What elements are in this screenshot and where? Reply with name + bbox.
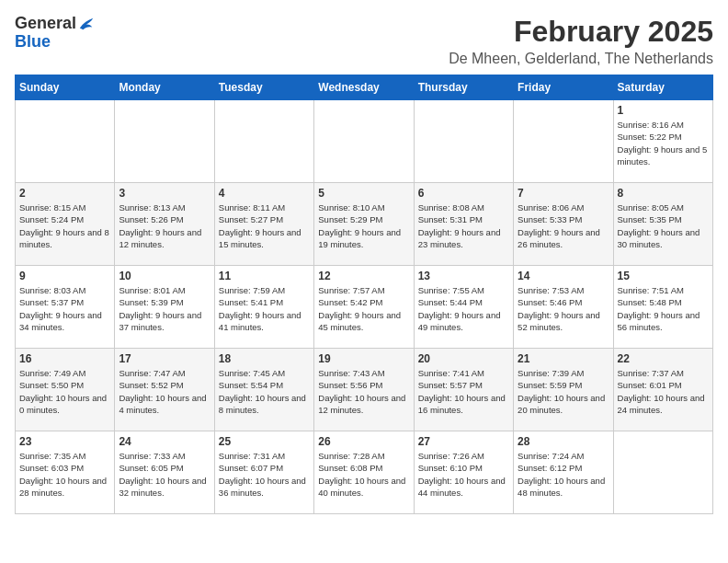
calendar-cell: 9Sunrise: 8:03 AM Sunset: 5:37 PM Daylig… xyxy=(16,266,115,349)
day-number: 24 xyxy=(119,435,210,448)
day-info: Sunrise: 7:53 AM Sunset: 5:46 PM Dayligh… xyxy=(518,284,609,333)
day-number: 5 xyxy=(318,187,409,200)
day-number: 4 xyxy=(219,187,310,200)
day-number: 21 xyxy=(518,352,609,365)
calendar-cell: 28Sunrise: 7:24 AM Sunset: 6:12 PM Dayli… xyxy=(514,431,613,514)
col-sunday: Sunday xyxy=(16,75,115,100)
calendar-subtitle: De Mheen, Gelderland, The Netherlands xyxy=(449,51,713,67)
calendar-cell: 18Sunrise: 7:45 AM Sunset: 5:54 PM Dayli… xyxy=(214,349,313,431)
day-info: Sunrise: 8:11 AM Sunset: 5:27 PM Dayligh… xyxy=(219,201,310,250)
day-info: Sunrise: 8:13 AM Sunset: 5:26 PM Dayligh… xyxy=(119,201,210,250)
calendar-cell: 12Sunrise: 7:57 AM Sunset: 5:42 PM Dayli… xyxy=(314,266,414,349)
day-info: Sunrise: 8:05 AM Sunset: 5:35 PM Dayligh… xyxy=(618,201,709,250)
day-number: 28 xyxy=(518,435,609,448)
col-thursday: Thursday xyxy=(414,75,513,100)
day-number: 15 xyxy=(618,270,709,282)
day-info: Sunrise: 7:28 AM Sunset: 6:08 PM Dayligh… xyxy=(318,450,409,499)
col-tuesday: Tuesday xyxy=(214,75,313,100)
day-info: Sunrise: 7:35 AM Sunset: 6:03 PM Dayligh… xyxy=(19,450,110,499)
day-number: 2 xyxy=(19,187,110,200)
calendar-cell xyxy=(16,100,115,183)
col-wednesday: Wednesday xyxy=(314,75,414,100)
calendar-cell: 13Sunrise: 7:55 AM Sunset: 5:44 PM Dayli… xyxy=(414,266,513,349)
day-number: 10 xyxy=(119,270,210,282)
col-friday: Friday xyxy=(514,75,613,100)
day-info: Sunrise: 8:03 AM Sunset: 5:37 PM Dayligh… xyxy=(19,284,110,333)
calendar-cell: 2Sunrise: 8:15 AM Sunset: 5:24 PM Daylig… xyxy=(16,183,115,266)
day-number: 26 xyxy=(318,435,409,448)
day-info: Sunrise: 8:06 AM Sunset: 5:33 PM Dayligh… xyxy=(518,201,609,250)
day-info: Sunrise: 7:49 AM Sunset: 5:50 PM Dayligh… xyxy=(19,367,110,416)
day-number: 17 xyxy=(119,352,210,365)
calendar-week-3: 9Sunrise: 8:03 AM Sunset: 5:37 PM Daylig… xyxy=(16,266,713,349)
logo-blue-text: Blue xyxy=(15,32,51,51)
calendar-cell xyxy=(115,100,214,183)
day-info: Sunrise: 7:26 AM Sunset: 6:10 PM Dayligh… xyxy=(418,450,509,499)
calendar-cell: 26Sunrise: 7:28 AM Sunset: 6:08 PM Dayli… xyxy=(314,431,414,514)
day-info: Sunrise: 8:16 AM Sunset: 5:22 PM Dayligh… xyxy=(618,119,709,167)
col-saturday: Saturday xyxy=(613,75,712,100)
calendar-cell xyxy=(613,431,712,514)
day-info: Sunrise: 8:10 AM Sunset: 5:29 PM Dayligh… xyxy=(318,201,409,250)
calendar-cell xyxy=(314,100,414,183)
calendar-cell: 25Sunrise: 7:31 AM Sunset: 6:07 PM Dayli… xyxy=(214,431,313,514)
day-number: 14 xyxy=(518,270,609,282)
calendar-cell: 5Sunrise: 8:10 AM Sunset: 5:29 PM Daylig… xyxy=(314,183,414,266)
calendar-cell: 14Sunrise: 7:53 AM Sunset: 5:46 PM Dayli… xyxy=(514,266,613,349)
day-info: Sunrise: 7:57 AM Sunset: 5:42 PM Dayligh… xyxy=(318,284,409,333)
day-number: 1 xyxy=(618,104,709,117)
day-info: Sunrise: 7:59 AM Sunset: 5:41 PM Dayligh… xyxy=(219,284,310,333)
calendar-cell: 15Sunrise: 7:51 AM Sunset: 5:48 PM Dayli… xyxy=(613,266,712,349)
calendar-title: February 2025 xyxy=(449,15,713,49)
calendar-cell xyxy=(514,100,613,183)
calendar-cell: 6Sunrise: 8:08 AM Sunset: 5:31 PM Daylig… xyxy=(414,183,513,266)
day-info: Sunrise: 7:33 AM Sunset: 6:05 PM Dayligh… xyxy=(119,450,210,499)
day-number: 9 xyxy=(19,270,110,282)
day-number: 3 xyxy=(119,187,210,200)
day-info: Sunrise: 7:24 AM Sunset: 6:12 PM Dayligh… xyxy=(518,450,609,499)
day-info: Sunrise: 7:31 AM Sunset: 6:07 PM Dayligh… xyxy=(219,450,310,499)
calendar-week-4: 16Sunrise: 7:49 AM Sunset: 5:50 PM Dayli… xyxy=(16,349,713,431)
calendar-cell: 20Sunrise: 7:41 AM Sunset: 5:57 PM Dayli… xyxy=(414,349,513,431)
day-number: 23 xyxy=(19,435,110,448)
day-info: Sunrise: 7:43 AM Sunset: 5:56 PM Dayligh… xyxy=(318,367,409,416)
calendar-cell: 11Sunrise: 7:59 AM Sunset: 5:41 PM Dayli… xyxy=(214,266,313,349)
day-number: 25 xyxy=(219,435,310,448)
calendar-cell: 27Sunrise: 7:26 AM Sunset: 6:10 PM Dayli… xyxy=(414,431,513,514)
calendar-cell: 24Sunrise: 7:33 AM Sunset: 6:05 PM Dayli… xyxy=(115,431,214,514)
day-info: Sunrise: 7:51 AM Sunset: 5:48 PM Dayligh… xyxy=(618,284,709,333)
logo: General Blue xyxy=(15,15,95,52)
day-number: 20 xyxy=(418,352,509,365)
day-info: Sunrise: 7:55 AM Sunset: 5:44 PM Dayligh… xyxy=(418,284,509,333)
day-info: Sunrise: 7:45 AM Sunset: 5:54 PM Dayligh… xyxy=(219,367,310,416)
calendar-cell: 7Sunrise: 8:06 AM Sunset: 5:33 PM Daylig… xyxy=(514,183,613,266)
calendar-cell xyxy=(214,100,313,183)
day-info: Sunrise: 8:15 AM Sunset: 5:24 PM Dayligh… xyxy=(19,201,110,250)
day-number: 7 xyxy=(518,187,609,200)
day-info: Sunrise: 7:37 AM Sunset: 6:01 PM Dayligh… xyxy=(618,367,709,416)
day-info: Sunrise: 7:47 AM Sunset: 5:52 PM Dayligh… xyxy=(119,367,210,416)
day-number: 6 xyxy=(418,187,509,200)
calendar-cell: 19Sunrise: 7:43 AM Sunset: 5:56 PM Dayli… xyxy=(314,349,414,431)
col-monday: Monday xyxy=(115,75,214,100)
calendar-cell xyxy=(414,100,513,183)
logo-general-text: General xyxy=(15,15,76,33)
day-number: 12 xyxy=(318,270,409,282)
day-number: 27 xyxy=(418,435,509,448)
day-number: 11 xyxy=(219,270,310,282)
calendar-cell: 10Sunrise: 8:01 AM Sunset: 5:39 PM Dayli… xyxy=(115,266,214,349)
header-row: Sunday Monday Tuesday Wednesday Thursday… xyxy=(16,75,713,100)
day-number: 18 xyxy=(219,352,310,365)
page-header: General Blue February 2025 De Mheen, Gel… xyxy=(15,15,713,67)
calendar-week-2: 2Sunrise: 8:15 AM Sunset: 5:24 PM Daylig… xyxy=(16,183,713,266)
day-number: 19 xyxy=(318,352,409,365)
calendar-cell: 22Sunrise: 7:37 AM Sunset: 6:01 PM Dayli… xyxy=(613,349,712,431)
day-info: Sunrise: 8:01 AM Sunset: 5:39 PM Dayligh… xyxy=(119,284,210,333)
calendar-cell: 3Sunrise: 8:13 AM Sunset: 5:26 PM Daylig… xyxy=(115,183,214,266)
calendar-week-5: 23Sunrise: 7:35 AM Sunset: 6:03 PM Dayli… xyxy=(16,431,713,514)
calendar-cell: 4Sunrise: 8:11 AM Sunset: 5:27 PM Daylig… xyxy=(214,183,313,266)
logo-bird-icon xyxy=(78,16,95,32)
calendar-cell: 23Sunrise: 7:35 AM Sunset: 6:03 PM Dayli… xyxy=(16,431,115,514)
calendar-table: Sunday Monday Tuesday Wednesday Thursday… xyxy=(15,75,713,514)
day-number: 8 xyxy=(618,187,709,200)
